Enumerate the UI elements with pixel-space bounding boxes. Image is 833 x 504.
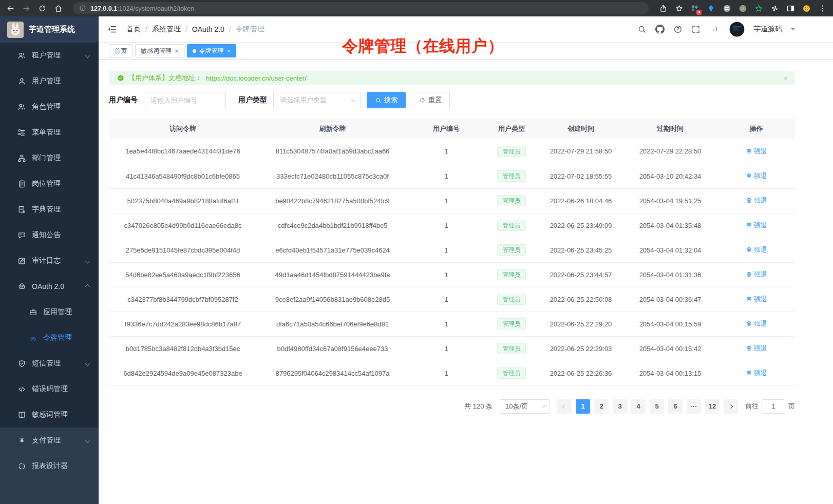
cell-action: 强退: [717, 188, 795, 213]
page-button[interactable]: 2: [594, 399, 609, 414]
pinwheel-extension-icon[interactable]: [770, 4, 779, 13]
table-row: c342377bf8b344799dcbf7bf095287f2 9ce8ef2…: [109, 287, 795, 312]
search-button[interactable]: 搜索: [367, 92, 406, 108]
green-star-extension-icon[interactable]: [754, 4, 763, 13]
next-page-button[interactable]: [724, 399, 738, 414]
forward-icon[interactable]: [22, 4, 31, 13]
sidebar-item[interactable]: 角色管理: [0, 94, 99, 120]
sidebar-item[interactable]: 租户管理: [0, 43, 99, 68]
alert-close-icon[interactable]: ×: [783, 74, 788, 82]
fullscreen-icon[interactable]: [691, 25, 701, 34]
force-logout-button[interactable]: 强退: [746, 245, 767, 255]
cell-access-token: 502375b8040a469a9b82188afdf6af1f: [109, 188, 257, 213]
goto-label: 前往: [745, 402, 759, 411]
goto-suffix: 页: [788, 402, 795, 411]
bookmark-star-icon[interactable]: [675, 4, 684, 13]
sidebar-item[interactable]: 短信管理: [0, 351, 99, 376]
navbar-actions: TT 芋道源码: [637, 22, 795, 37]
force-logout-button[interactable]: 强退: [746, 221, 767, 230]
page-button[interactable]: 6: [668, 399, 683, 414]
force-logout-button[interactable]: 强退: [746, 369, 767, 378]
sidebar-item[interactable]: 岗位管理: [0, 171, 99, 197]
force-logout-button[interactable]: 强退: [746, 344, 767, 353]
github-icon[interactable]: [655, 25, 665, 34]
sidebar-item[interactable]: 字典管理: [0, 197, 99, 222]
browser-menu-icon[interactable]: [818, 4, 827, 13]
reload-icon[interactable]: [38, 4, 47, 13]
sidebar-item[interactable]: 报表设计器: [0, 453, 99, 479]
share-icon[interactable]: [659, 4, 668, 13]
tab-close-icon[interactable]: ×: [175, 48, 179, 54]
reset-button[interactable]: 重置: [411, 92, 450, 108]
page-button[interactable]: 4: [631, 399, 646, 414]
page-button[interactable]: 1: [576, 399, 590, 414]
command-extension-icon[interactable]: [723, 4, 731, 13]
force-logout-label: 强退: [754, 369, 767, 378]
sidebar-item[interactable]: ¥ 支付管理: [0, 428, 99, 453]
cell-user-id: 1: [408, 188, 484, 213]
tab[interactable]: 首页: [109, 44, 132, 57]
tab[interactable]: 敏感词管理 ×: [135, 44, 184, 57]
cell-action: 强退: [717, 238, 795, 262]
refresh-icon: [419, 97, 426, 104]
sidebar-item[interactable]: 部门管理: [0, 145, 99, 171]
sidebar-item[interactable]: OAuth 2.0: [0, 274, 99, 299]
page-button[interactable]: 12: [705, 399, 720, 414]
gem-extension-icon[interactable]: [707, 4, 715, 13]
more-pages-button[interactable]: ···: [687, 399, 701, 414]
sidebar-item[interactable]: 应用管理: [0, 299, 99, 325]
help-icon[interactable]: [673, 25, 683, 34]
page-size-select[interactable]: 10条/页: [500, 399, 550, 414]
doc-link[interactable]: https://doc.iocoder.cn/user-center/: [206, 74, 307, 82]
force-logout-button[interactable]: 强退: [746, 171, 767, 181]
sidebar-item[interactable]: 审计日志: [0, 248, 99, 274]
sidebar-item[interactable]: (A) 令牌管理: [0, 325, 99, 351]
user-name[interactable]: 芋道源码: [753, 25, 782, 34]
info-icon[interactable]: [79, 5, 86, 12]
prev-page-button[interactable]: [557, 399, 572, 414]
extension-grid-icon[interactable]: 9: [691, 4, 699, 13]
user-avatar[interactable]: [729, 22, 745, 37]
sidebar-menu-bottom: ¥ 支付管理 报表设计器: [0, 428, 99, 504]
app-logo-row[interactable]: 芋道管理系统: [0, 16, 99, 43]
cell-refresh-token: e6cfd40eb1f54571a31e775e039c4624: [257, 238, 408, 262]
profile-emoji-icon[interactable]: [802, 4, 811, 13]
table-row: 1ea5e44f8bc1467aaede43144f31de76 811c530…: [109, 139, 795, 164]
sidebar-item[interactable]: 菜单管理: [0, 120, 99, 145]
sidebar-collapse-icon[interactable]: [107, 24, 117, 34]
force-logout-button[interactable]: 强退: [746, 270, 767, 279]
side-panel-icon[interactable]: [786, 4, 795, 13]
user-id-input[interactable]: [144, 92, 226, 108]
font-size-icon[interactable]: TT: [709, 25, 721, 34]
tab-close-icon[interactable]: ×: [227, 48, 231, 54]
address-bar[interactable]: 127.0.0.1:1024/system/oauth2/token: [73, 2, 649, 14]
user-type-select[interactable]: 请选择用户类型: [273, 92, 361, 108]
search-icon[interactable]: [637, 25, 647, 34]
cell-expire-time: 2054-03-04 00:36:47: [623, 287, 717, 312]
sidebar-item[interactable]: 用户管理: [0, 68, 99, 94]
sidebar-item-label: 应用管理: [43, 307, 90, 317]
page-button[interactable]: 3: [613, 399, 627, 414]
force-logout-button[interactable]: 强退: [746, 147, 767, 156]
breadcrumb-item[interactable]: OAuth 2.0: [192, 25, 224, 33]
page-button[interactable]: 5: [650, 399, 664, 414]
table-row: 54d6be82ee5a460a9aedc1f9bf223656 49d1aa4…: [109, 262, 795, 287]
sidebar-item[interactable]: 敏感词管理: [0, 402, 99, 428]
tab[interactable]: 令牌管理 ×: [187, 44, 237, 57]
cell-refresh-token: b0df4980ffd34c67a08f9156e4eee733: [257, 336, 408, 361]
sidebar-item[interactable]: 通知公告: [0, 222, 99, 248]
breadcrumb-item[interactable]: 首页: [126, 25, 141, 34]
sidebar-item[interactable]: 错误码管理: [0, 376, 99, 402]
cell-expire-time: 2054-03-10 20:42:34: [623, 164, 717, 188]
goto-page-input[interactable]: [762, 399, 785, 414]
user-menu-caret-icon[interactable]: [791, 28, 795, 32]
force-logout-button[interactable]: 强退: [746, 196, 767, 205]
url-path: :1024/system/oauth2/token: [117, 5, 194, 12]
home-icon[interactable]: [54, 4, 63, 13]
back-icon[interactable]: [6, 4, 15, 13]
force-logout-button[interactable]: 强退: [746, 319, 767, 328]
record-extension-icon[interactable]: [739, 4, 747, 13]
breadcrumb-item[interactable]: 系统管理: [152, 25, 181, 34]
chevron-icon: [85, 284, 90, 289]
force-logout-button[interactable]: 强退: [746, 295, 767, 304]
